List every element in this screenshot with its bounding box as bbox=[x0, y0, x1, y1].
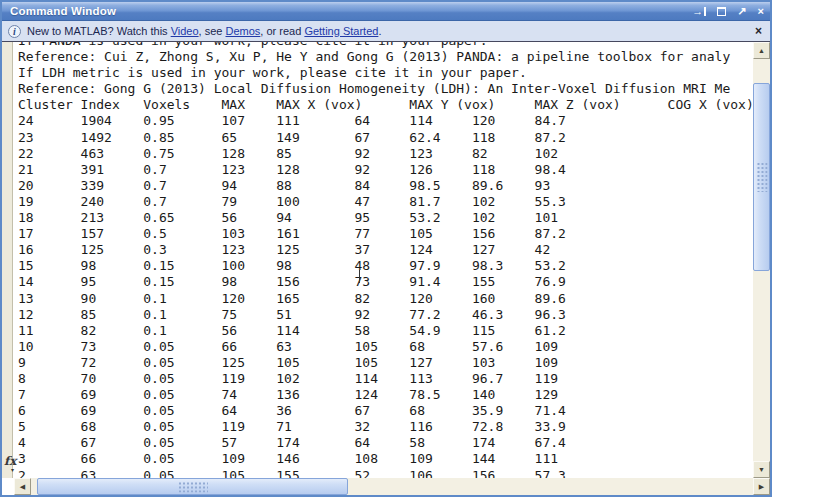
demos-link[interactable]: Demos bbox=[226, 25, 261, 37]
notification-bar: i New to MATLAB? Watch this Video, see D… bbox=[2, 21, 770, 42]
vertical-scroll-thumb[interactable] bbox=[753, 83, 770, 271]
scroll-up-icon[interactable]: ▲ bbox=[753, 42, 770, 59]
notification-close-icon[interactable]: × bbox=[755, 24, 762, 38]
video-link[interactable]: Video bbox=[171, 25, 199, 37]
console-body: If PANDA is used in your work, please ci… bbox=[2, 42, 770, 495]
vertical-scrollbar[interactable]: ▲ ▼ bbox=[753, 42, 770, 478]
maximize-icon[interactable] bbox=[717, 7, 726, 16]
scroll-right-icon[interactable]: ▶ bbox=[753, 478, 770, 495]
console-gutter bbox=[2, 42, 13, 478]
dock-icon[interactable]: → bbox=[692, 6, 706, 17]
window-title: Command Window bbox=[10, 5, 116, 17]
notification-text: New to MATLAB? Watch this Video, see Dem… bbox=[27, 25, 381, 37]
getting-started-link[interactable]: Getting Started bbox=[304, 25, 378, 37]
thumb-grip bbox=[756, 162, 767, 192]
console-area[interactable]: If PANDA is used in your work, please ci… bbox=[14, 42, 753, 478]
horizontal-scrollbar[interactable]: ◀ ▶ bbox=[14, 478, 770, 495]
fx-dropdown-icon: ▾ bbox=[11, 468, 20, 472]
fx-button[interactable]: fx ▾ bbox=[4, 454, 20, 472]
console-text: If PANDA is used in your work, please ci… bbox=[18, 42, 753, 478]
scroll-down-icon[interactable]: ▼ bbox=[753, 461, 770, 478]
undock-icon[interactable]: ↗ bbox=[737, 6, 746, 17]
horizontal-scroll-thumb[interactable] bbox=[37, 478, 348, 495]
titlebar[interactable]: Command Window → ↗ × bbox=[2, 2, 770, 21]
info-icon: i bbox=[8, 25, 21, 38]
titlebar-buttons: → ↗ × bbox=[692, 6, 764, 17]
close-icon[interactable]: × bbox=[758, 6, 764, 17]
thumb-grip bbox=[178, 481, 208, 492]
scroll-left-icon[interactable]: ◀ bbox=[14, 478, 31, 495]
text-caret bbox=[359, 270, 360, 283]
command-window: Command Window → ↗ × i New to MATLAB? Wa… bbox=[0, 0, 772, 497]
